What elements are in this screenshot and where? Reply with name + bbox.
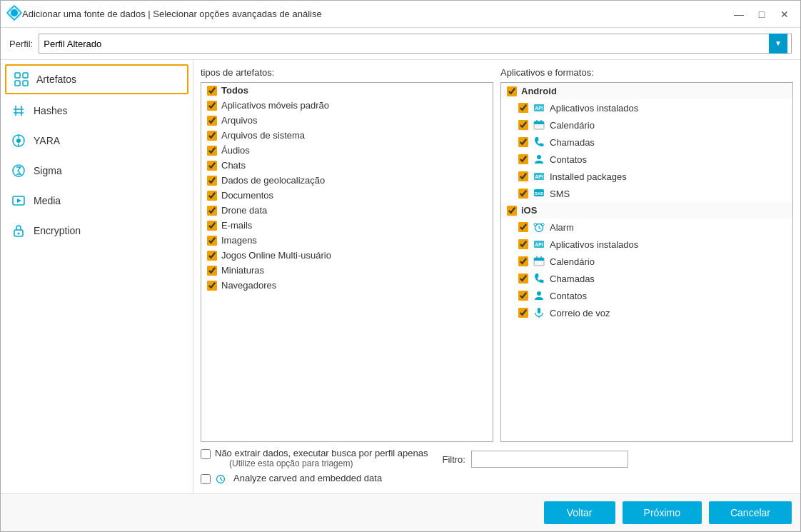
close-button[interactable]: ✕ (775, 6, 795, 23)
android-sms-label: SMS (550, 189, 570, 199)
artifact-arquivos-item[interactable]: Arquivos (201, 113, 493, 128)
artifact-imagens-checkbox[interactable] (207, 236, 217, 246)
android-calendario-checkbox[interactable] (518, 120, 528, 130)
main-content: Artefatos Hashes (1, 60, 800, 493)
artifact-emails-label: E-mails (221, 220, 252, 231)
sidebar-label-artefatos: Artefatos (36, 74, 76, 85)
android-contatos[interactable]: Contatos (501, 151, 792, 168)
back-button[interactable]: Voltar (544, 501, 615, 524)
android-installed-pkg-label: Installed packages (550, 171, 627, 182)
android-aplic-inst[interactable]: API Aplicativos instalados (501, 99, 792, 116)
artifact-todos-item[interactable]: Todos (201, 83, 493, 98)
ios-contatos[interactable]: Contatos (501, 287, 792, 304)
ios-calendario-label: Calendário (550, 256, 595, 267)
artifact-docs-checkbox[interactable] (207, 191, 217, 201)
ios-correio-voz-checkbox[interactable] (518, 308, 528, 318)
ios-calendar-icon (533, 255, 545, 268)
artifact-apps-moveis-checkbox[interactable] (207, 101, 217, 111)
ios-checkbox[interactable] (507, 206, 517, 216)
artifact-arq-sistema-item[interactable]: Arquivos de sistema (201, 128, 493, 143)
android-chamadas[interactable]: Chamadas (501, 134, 792, 151)
android-installed-pkg-checkbox[interactable] (518, 171, 528, 181)
ios-calendario-checkbox[interactable] (518, 256, 528, 266)
ios-chamadas-checkbox[interactable] (518, 273, 528, 283)
artifact-imagens-item[interactable]: Imagens (201, 233, 493, 248)
android-sms[interactable]: SMS SMS (501, 185, 792, 202)
right-panel: tipos de artefatos: Todos Aplicativos mó… (193, 60, 800, 493)
artifact-navegadores-item[interactable]: Navegadores (201, 278, 493, 293)
ios-alarm[interactable]: Alarm (501, 219, 792, 236)
sidebar-item-sigma[interactable]: Sigma (1, 156, 193, 186)
artifact-miniaturas-label: Miniaturas (221, 265, 264, 276)
android-chamadas-checkbox[interactable] (518, 137, 528, 147)
artifact-miniaturas-item[interactable]: Miniaturas (201, 263, 493, 278)
filter-input[interactable] (471, 451, 628, 468)
artifact-jogos-checkbox[interactable] (207, 251, 217, 261)
artifact-chats-checkbox[interactable] (207, 161, 217, 171)
ios-chamadas-label: Chamadas (550, 273, 595, 284)
artifact-arq-sistema-checkbox[interactable] (207, 131, 217, 141)
ios-aplic-inst-checkbox[interactable] (518, 239, 528, 249)
android-aplic-inst-checkbox[interactable] (518, 103, 528, 113)
artifact-geo-item[interactable]: Dados de geolocalização (201, 173, 493, 188)
artifact-navegadores-checkbox[interactable] (207, 281, 217, 291)
ios-alarm-checkbox[interactable] (518, 222, 528, 232)
artifact-drone-item[interactable]: Drone data (201, 203, 493, 218)
svg-rect-42 (538, 308, 540, 313)
artifact-miniaturas-checkbox[interactable] (207, 266, 217, 276)
package-icon: API (533, 170, 545, 183)
ios-section-header[interactable]: iOS (501, 202, 792, 219)
ios-correio-voz[interactable]: Correio de voz (501, 304, 792, 321)
artifact-geo-checkbox[interactable] (207, 176, 217, 186)
ios-aplic-inst[interactable]: API Aplicativos instalados (501, 236, 792, 253)
no-extract-checkbox[interactable] (201, 449, 211, 459)
android-checkbox[interactable] (507, 86, 517, 96)
sidebar-item-encryption[interactable]: Encryption (1, 216, 193, 246)
maximize-button[interactable]: □ (752, 6, 772, 23)
sidebar-item-yara[interactable]: YARA (1, 126, 193, 156)
analyze-carved-icon (215, 473, 226, 486)
artifact-audios-checkbox[interactable] (207, 146, 217, 156)
next-button[interactable]: Próximo (623, 501, 702, 524)
artifact-apps-moveis-item[interactable]: Aplicativos móveis padrão (201, 98, 493, 113)
no-extract-label: Não extrair dados, executar busca por pe… (215, 448, 428, 458)
cancel-button[interactable]: Cancelar (709, 501, 792, 524)
android-label: Android (521, 86, 557, 96)
artifact-chats-item[interactable]: Chats (201, 158, 493, 173)
android-installed-pkg[interactable]: API Installed packages (501, 168, 792, 185)
profile-select[interactable]: Perfil Alterado (39, 34, 792, 54)
artifact-jogos-label: Jogos Online Multi-usuário (221, 250, 331, 261)
ios-chamadas[interactable]: Chamadas (501, 270, 792, 287)
profile-label: Perfil: (9, 39, 33, 49)
analyze-carved-option[interactable]: Analyze carved and embedded data (201, 473, 428, 486)
sidebar-label-encryption: Encryption (34, 225, 81, 236)
artifact-arquivos-checkbox[interactable] (207, 116, 217, 126)
android-calendario[interactable]: Calendário (501, 116, 792, 134)
columns-row: tipos de artefatos: Todos Aplicativos mó… (201, 67, 793, 442)
artifact-audios-label: Áudios (221, 145, 250, 156)
svg-line-46 (221, 479, 223, 481)
profile-select-wrap[interactable]: Perfil Alterado (39, 34, 792, 54)
sidebar-item-hashes[interactable]: Hashes (1, 96, 193, 126)
sidebar-label-media: Media (34, 195, 61, 206)
sidebar-item-artefatos[interactable]: Artefatos (5, 64, 188, 94)
android-sms-checkbox[interactable] (518, 189, 528, 199)
ios-aplic-inst-label: Aplicativos instalados (550, 239, 638, 250)
sidebar-item-media[interactable]: Media (1, 186, 193, 216)
artifact-docs-item[interactable]: Documentos (201, 188, 493, 203)
analyze-carved-checkbox[interactable] (201, 474, 211, 484)
artifact-emails-item[interactable]: E-mails (201, 218, 493, 233)
no-extract-option[interactable]: Não extrair dados, executar busca por pe… (201, 448, 428, 468)
ios-contatos-checkbox[interactable] (518, 291, 528, 301)
android-section-header[interactable]: Android (501, 83, 792, 99)
artifact-drone-checkbox[interactable] (207, 206, 217, 216)
svg-point-18 (18, 233, 20, 235)
minimize-button[interactable]: — (729, 6, 749, 23)
artifact-emails-checkbox[interactable] (207, 221, 217, 231)
artifact-todos-checkbox[interactable] (207, 86, 217, 96)
ios-label: iOS (521, 205, 537, 216)
artifact-jogos-item[interactable]: Jogos Online Multi-usuário (201, 248, 493, 263)
artifact-audios-item[interactable]: Áudios (201, 143, 493, 158)
android-contatos-checkbox[interactable] (518, 154, 528, 164)
ios-calendario[interactable]: Calendário (501, 253, 792, 270)
